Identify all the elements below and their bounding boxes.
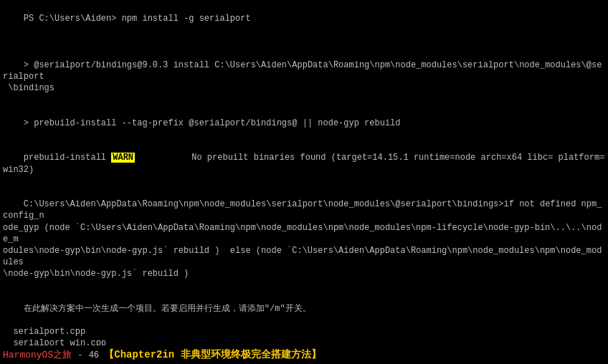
line-2 <box>3 37 605 48</box>
chapter-prefix: HarmonyOS之旅 - 46 【Chapter2in 非典型环境终极完全搭建… <box>3 348 321 361</box>
line-3: > @serialport/bindings@9.0.3 install C:\… <box>3 48 605 106</box>
separator: - <box>77 350 89 360</box>
chapter-text: 【Chapter2in 非典型环境终极完全搭建方法】 <box>104 349 320 360</box>
terminal-window: PS C:\Users\Aiden> npm install -g serial… <box>0 0 608 364</box>
chapter-bar: HarmonyOS之旅 - 46 【Chapter2in 非典型环境终极完全搭建… <box>0 345 608 364</box>
harmony-label: HarmonyOS之旅 <box>3 350 72 360</box>
episode-num: 46 <box>89 350 105 360</box>
line-7-chinese: 在此解决方案中一次生成一个项目。若要启用并行生成，请添加"/m"开关。 <box>3 292 605 327</box>
line-1: PS C:\Users\Aiden> npm install -g serial… <box>3 1 605 37</box>
line-1-text: PS C:\Users\Aiden> npm install -g serial… <box>24 14 251 24</box>
warn-badge: WARN <box>111 153 135 163</box>
line-4: > prebuild-install --tag-prefix @serialp… <box>3 106 605 141</box>
line-8: serialport.cpp <box>3 326 605 337</box>
line-5-warn: prebuild-install WARN No prebuilt binari… <box>3 140 605 187</box>
line-6: C:\Users\Aiden\AppData\Roaming\npm\node_… <box>3 187 605 292</box>
